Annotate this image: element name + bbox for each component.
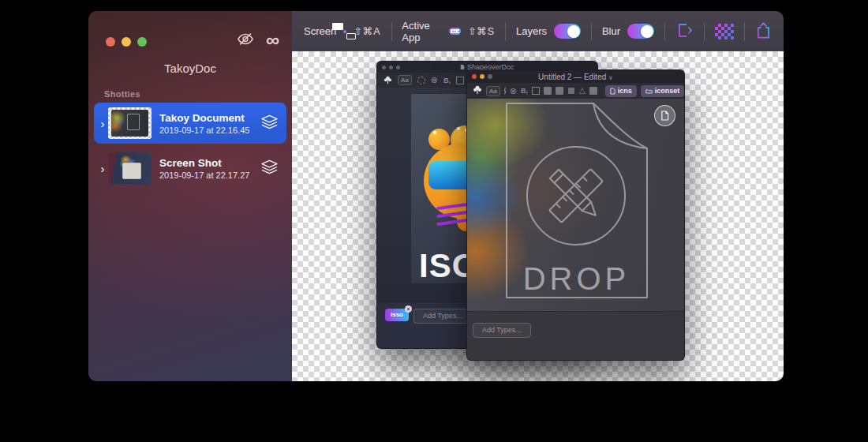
remove-type-icon[interactable]: × bbox=[405, 305, 412, 313]
sidebar-app-title: TakoyDoc bbox=[88, 62, 292, 75]
layers-stack-icon[interactable] bbox=[260, 159, 279, 178]
screen-capture-icon[interactable] bbox=[343, 30, 346, 33]
share-icon[interactable] bbox=[755, 21, 772, 42]
minimize-button[interactable] bbox=[122, 37, 131, 47]
text-tool-button[interactable]: Aa bbox=[486, 86, 500, 96]
text-tool-button[interactable]: Aa bbox=[398, 75, 412, 85]
main-toolbar: Screen ⇧⌘A Active App ⇧⌘S Layers Blur bbox=[292, 11, 784, 51]
untitled2-canvas: DROP bbox=[467, 99, 684, 311]
item-title: Screen Shot bbox=[159, 157, 256, 169]
untitled2-title: Untitled 2 — Edited ∨ bbox=[467, 73, 684, 81]
shotties-list: › Takoy Document 2019-09-17 at 22.16.45 bbox=[94, 103, 286, 193]
toolbar-divider bbox=[391, 23, 392, 40]
shape-square-outline-icon[interactable] bbox=[532, 87, 540, 95]
add-types-button[interactable]: Add Types... bbox=[473, 323, 531, 338]
add-types-button[interactable]: Add Types... bbox=[413, 309, 472, 324]
active-app-icon[interactable] bbox=[449, 28, 461, 35]
shape-square-small-icon[interactable] bbox=[568, 88, 574, 94]
untitled2-toolbar: Aa ⊗ B, △ icns bbox=[467, 83, 684, 99]
captured-window-untitled-2[interactable]: Untitled 2 — Edited ∨ bbox=[466, 69, 685, 361]
cancel-tool-icon[interactable]: ⊗ bbox=[510, 87, 517, 96]
tree-tool-icon[interactable] bbox=[383, 73, 392, 88]
type-tag-isso[interactable]: isso × bbox=[385, 309, 409, 321]
toolbar-divider bbox=[744, 23, 745, 40]
list-item-screen-shot[interactable]: › Screen Shot 2019-09-17 at 22.17.27 bbox=[94, 148, 286, 189]
item-title: Takoy Document bbox=[159, 112, 256, 124]
infinity-icon[interactable]: ∞ bbox=[266, 32, 279, 49]
list-item-takoy-document[interactable]: › Takoy Document 2019-09-17 at 22.16.45 bbox=[94, 103, 286, 144]
title-chevron-down-icon[interactable]: ∨ bbox=[608, 74, 613, 81]
disclosure-chevron-icon[interactable]: › bbox=[97, 117, 108, 130]
close-button[interactable] bbox=[106, 37, 115, 47]
layers-label: Layers bbox=[516, 25, 547, 37]
shape-square-filled-icon[interactable] bbox=[544, 87, 552, 95]
toolbar-divider bbox=[505, 23, 506, 40]
screen-label: Screen bbox=[304, 25, 336, 37]
cancel-tool-icon[interactable]: ⊗ bbox=[431, 76, 438, 84]
window-controls bbox=[106, 37, 147, 47]
shape-square-filled-icon[interactable] bbox=[589, 87, 597, 95]
active-app-shortcut: ⇧⌘S bbox=[468, 25, 495, 37]
bold-tool-button[interactable]: B, bbox=[443, 77, 451, 84]
shape-square-outline-icon[interactable] bbox=[456, 77, 464, 84]
disclosure-chevron-icon[interactable]: › bbox=[97, 162, 108, 175]
item-date: 2019-09-17 at 22.16.45 bbox=[159, 125, 256, 135]
section-header-shotties: Shotties bbox=[104, 89, 140, 99]
document-badge-icon bbox=[654, 105, 675, 126]
thumbnail bbox=[108, 152, 152, 184]
selection-tool-icon[interactable] bbox=[417, 77, 425, 84]
thumbnail bbox=[108, 107, 152, 139]
untitled2-titlebar: Untitled 2 — Edited ∨ bbox=[467, 70, 684, 83]
transparency-canvas: ShapeoverDoc Aa bbox=[292, 51, 784, 381]
shape-triangle-icon[interactable]: △ bbox=[579, 87, 586, 95]
zoom-button[interactable] bbox=[137, 37, 147, 47]
selection-tool-icon[interactable] bbox=[504, 87, 506, 95]
hide-preview-eye-slash-icon[interactable] bbox=[237, 32, 254, 49]
toolbar-divider bbox=[664, 23, 665, 40]
blur-label: Blur bbox=[602, 25, 620, 37]
app-window: ∞ TakoyDoc Shotties › Takoy Document 201… bbox=[88, 11, 784, 381]
sidebar: ∞ TakoyDoc Shotties › Takoy Document 201… bbox=[88, 11, 292, 381]
pattern-checkerboard-icon[interactable] bbox=[715, 24, 734, 39]
shape-square-filled-icon[interactable] bbox=[556, 87, 563, 95]
drop-label: DROP bbox=[499, 261, 653, 297]
toolbar-divider bbox=[704, 23, 705, 40]
screen-shortcut: ⇧⌘A bbox=[354, 25, 380, 37]
layers-toggle[interactable] bbox=[554, 24, 581, 39]
toolbar-divider bbox=[591, 23, 592, 40]
bold-tool-button[interactable]: B, bbox=[521, 87, 528, 95]
active-app-label: Active App bbox=[402, 20, 442, 43]
export-iconset-button[interactable]: iconset bbox=[641, 85, 685, 97]
blur-toggle[interactable] bbox=[627, 24, 654, 39]
tree-tool-icon[interactable] bbox=[473, 84, 482, 98]
export-icon[interactable] bbox=[675, 22, 694, 41]
export-icns-button[interactable]: icns bbox=[605, 85, 637, 97]
item-date: 2019-09-17 at 22.17.27 bbox=[159, 170, 256, 180]
pencil-shape bbox=[550, 170, 600, 220]
layers-stack-icon[interactable] bbox=[260, 114, 279, 133]
untitled2-bottom-bar: Add Types... bbox=[467, 311, 684, 360]
